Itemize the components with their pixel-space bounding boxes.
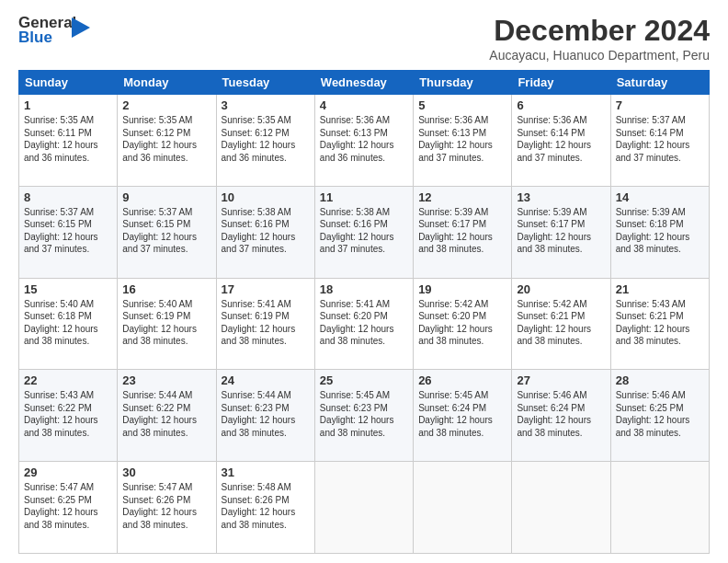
- cell-info: Sunrise: 5:36 AM Sunset: 6:13 PM Dayligh…: [320, 114, 408, 164]
- cell-info: Sunrise: 5:41 AM Sunset: 6:20 PM Dayligh…: [320, 298, 408, 348]
- cell-info: Sunrise: 5:46 AM Sunset: 6:25 PM Dayligh…: [616, 389, 704, 439]
- calendar-cell: 7Sunrise: 5:37 AM Sunset: 6:14 PM Daylig…: [610, 95, 709, 187]
- day-number: 20: [517, 282, 605, 296]
- calendar-cell: 25Sunrise: 5:45 AM Sunset: 6:23 PM Dayli…: [314, 370, 413, 462]
- cell-info: Sunrise: 5:38 AM Sunset: 6:16 PM Dayligh…: [320, 206, 408, 256]
- calendar-page: General Blue December 2024 Aucayacu, Hua…: [0, 0, 728, 563]
- day-number: 31: [222, 465, 310, 479]
- cell-info: Sunrise: 5:40 AM Sunset: 6:19 PM Dayligh…: [122, 298, 210, 348]
- week-row-1: 1Sunrise: 5:35 AM Sunset: 6:11 PM Daylig…: [19, 95, 710, 187]
- header: General Blue December 2024 Aucayacu, Hua…: [18, 14, 710, 63]
- calendar-cell: 8Sunrise: 5:37 AM Sunset: 6:15 PM Daylig…: [19, 186, 118, 278]
- cell-info: Sunrise: 5:44 AM Sunset: 6:23 PM Dayligh…: [222, 389, 310, 439]
- calendar-cell: 23Sunrise: 5:44 AM Sunset: 6:22 PM Dayli…: [118, 370, 216, 462]
- cell-info: Sunrise: 5:35 AM Sunset: 6:12 PM Dayligh…: [222, 114, 310, 164]
- day-header-friday: Friday: [512, 71, 610, 95]
- cell-info: Sunrise: 5:37 AM Sunset: 6:14 PM Dayligh…: [616, 114, 704, 164]
- cell-info: Sunrise: 5:42 AM Sunset: 6:21 PM Dayligh…: [517, 298, 605, 348]
- calendar-cell: 11Sunrise: 5:38 AM Sunset: 6:16 PM Dayli…: [314, 186, 413, 278]
- day-number: 13: [517, 190, 605, 204]
- calendar-cell: 28Sunrise: 5:46 AM Sunset: 6:25 PM Dayli…: [610, 370, 709, 462]
- day-number: 21: [616, 282, 704, 296]
- day-header-thursday: Thursday: [414, 71, 512, 95]
- cell-info: Sunrise: 5:41 AM Sunset: 6:19 PM Dayligh…: [222, 298, 310, 348]
- calendar-cell: 13Sunrise: 5:39 AM Sunset: 6:17 PM Dayli…: [512, 186, 610, 278]
- day-number: 7: [616, 98, 704, 112]
- cell-info: Sunrise: 5:39 AM Sunset: 6:17 PM Dayligh…: [517, 206, 605, 256]
- calendar-cell: 29Sunrise: 5:47 AM Sunset: 6:25 PM Dayli…: [19, 462, 118, 554]
- day-number: 18: [320, 282, 408, 296]
- day-header-saturday: Saturday: [610, 71, 709, 95]
- calendar-cell: 5Sunrise: 5:36 AM Sunset: 6:13 PM Daylig…: [414, 95, 512, 187]
- cell-info: Sunrise: 5:44 AM Sunset: 6:22 PM Dayligh…: [122, 389, 210, 439]
- day-number: 24: [222, 373, 310, 387]
- cell-info: Sunrise: 5:36 AM Sunset: 6:13 PM Dayligh…: [418, 114, 506, 164]
- cell-info: Sunrise: 5:45 AM Sunset: 6:24 PM Dayligh…: [418, 389, 506, 439]
- cell-info: Sunrise: 5:39 AM Sunset: 6:17 PM Dayligh…: [418, 206, 506, 256]
- calendar-cell: 3Sunrise: 5:35 AM Sunset: 6:12 PM Daylig…: [216, 95, 314, 187]
- calendar-cell: 24Sunrise: 5:44 AM Sunset: 6:23 PM Dayli…: [216, 370, 314, 462]
- calendar-cell: 22Sunrise: 5:43 AM Sunset: 6:22 PM Dayli…: [19, 370, 118, 462]
- day-number: 23: [122, 373, 210, 387]
- week-row-2: 8Sunrise: 5:37 AM Sunset: 6:15 PM Daylig…: [19, 186, 710, 278]
- cell-info: Sunrise: 5:43 AM Sunset: 6:21 PM Dayligh…: [616, 298, 704, 348]
- day-number: 16: [122, 282, 210, 296]
- day-number: 8: [24, 190, 112, 204]
- day-number: 29: [24, 465, 112, 479]
- day-number: 30: [122, 465, 210, 479]
- month-title: December 2024: [489, 14, 710, 48]
- day-number: 9: [122, 190, 210, 204]
- day-number: 19: [418, 282, 506, 296]
- day-number: 10: [222, 190, 310, 204]
- cell-info: Sunrise: 5:42 AM Sunset: 6:20 PM Dayligh…: [418, 298, 506, 348]
- cell-info: Sunrise: 5:36 AM Sunset: 6:14 PM Dayligh…: [517, 114, 605, 164]
- day-number: 12: [418, 190, 506, 204]
- calendar-cell: 20Sunrise: 5:42 AM Sunset: 6:21 PM Dayli…: [512, 278, 610, 370]
- calendar-cell: 27Sunrise: 5:46 AM Sunset: 6:24 PM Dayli…: [512, 370, 610, 462]
- calendar-cell: [610, 462, 709, 554]
- calendar-cell: 1Sunrise: 5:35 AM Sunset: 6:11 PM Daylig…: [19, 95, 118, 187]
- day-number: 3: [222, 98, 310, 112]
- calendar-cell: 12Sunrise: 5:39 AM Sunset: 6:17 PM Dayli…: [414, 186, 512, 278]
- calendar-cell: 30Sunrise: 5:47 AM Sunset: 6:26 PM Dayli…: [118, 462, 216, 554]
- day-number: 2: [122, 98, 210, 112]
- day-number: 27: [517, 373, 605, 387]
- calendar-cell: 26Sunrise: 5:45 AM Sunset: 6:24 PM Dayli…: [414, 370, 512, 462]
- calendar-cell: 17Sunrise: 5:41 AM Sunset: 6:19 PM Dayli…: [216, 278, 314, 370]
- calendar-cell: 6Sunrise: 5:36 AM Sunset: 6:14 PM Daylig…: [512, 95, 610, 187]
- calendar-cell: [512, 462, 610, 554]
- location-subtitle: Aucayacu, Huanuco Department, Peru: [489, 48, 710, 63]
- cell-info: Sunrise: 5:43 AM Sunset: 6:22 PM Dayligh…: [24, 389, 112, 439]
- calendar-cell: 14Sunrise: 5:39 AM Sunset: 6:18 PM Dayli…: [610, 186, 709, 278]
- cell-info: Sunrise: 5:35 AM Sunset: 6:11 PM Dayligh…: [24, 114, 112, 164]
- calendar-cell: 21Sunrise: 5:43 AM Sunset: 6:21 PM Dayli…: [610, 278, 709, 370]
- week-row-5: 29Sunrise: 5:47 AM Sunset: 6:25 PM Dayli…: [19, 462, 710, 554]
- day-number: 5: [418, 98, 506, 112]
- day-header-sunday: Sunday: [19, 71, 118, 95]
- cell-info: Sunrise: 5:38 AM Sunset: 6:16 PM Dayligh…: [222, 206, 310, 256]
- logo-arrow-icon: [72, 17, 90, 38]
- logo-text-blue: Blue: [18, 29, 52, 47]
- day-number: 4: [320, 98, 408, 112]
- calendar-cell: 19Sunrise: 5:42 AM Sunset: 6:20 PM Dayli…: [414, 278, 512, 370]
- cell-info: Sunrise: 5:47 AM Sunset: 6:26 PM Dayligh…: [122, 481, 210, 531]
- calendar-cell: 2Sunrise: 5:35 AM Sunset: 6:12 PM Daylig…: [118, 95, 216, 187]
- day-number: 28: [616, 373, 704, 387]
- calendar-cell: 31Sunrise: 5:48 AM Sunset: 6:26 PM Dayli…: [216, 462, 314, 554]
- calendar-cell: 10Sunrise: 5:38 AM Sunset: 6:16 PM Dayli…: [216, 186, 314, 278]
- title-block: December 2024 Aucayacu, Huanuco Departme…: [489, 14, 710, 63]
- cell-info: Sunrise: 5:37 AM Sunset: 6:15 PM Dayligh…: [122, 206, 210, 256]
- cell-info: Sunrise: 5:47 AM Sunset: 6:25 PM Dayligh…: [24, 481, 112, 531]
- cell-info: Sunrise: 5:48 AM Sunset: 6:26 PM Dayligh…: [222, 481, 310, 531]
- day-header-tuesday: Tuesday: [216, 71, 314, 95]
- cell-info: Sunrise: 5:40 AM Sunset: 6:18 PM Dayligh…: [24, 298, 112, 348]
- day-number: 17: [222, 282, 310, 296]
- logo: General Blue: [18, 14, 74, 47]
- day-number: 6: [517, 98, 605, 112]
- header-row: SundayMondayTuesdayWednesdayThursdayFrid…: [19, 71, 710, 95]
- cell-info: Sunrise: 5:39 AM Sunset: 6:18 PM Dayligh…: [616, 206, 704, 256]
- week-row-4: 22Sunrise: 5:43 AM Sunset: 6:22 PM Dayli…: [19, 370, 710, 462]
- day-number: 15: [24, 282, 112, 296]
- svg-marker-0: [72, 17, 90, 38]
- day-number: 14: [616, 190, 704, 204]
